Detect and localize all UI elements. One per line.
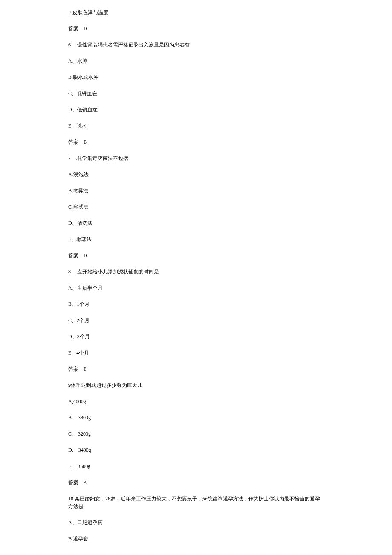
option-line: A、水肿 bbox=[68, 57, 324, 65]
question-line: 8 .应开始给小儿添加泥状辅食的时间是 bbox=[68, 268, 324, 276]
option-line: E、4个月 bbox=[68, 349, 324, 357]
option-line: D、3个月 bbox=[68, 333, 324, 340]
question-line: 7 .化学消毒灭菌法不包括 bbox=[68, 154, 324, 162]
option-line: C,擦拭法 bbox=[68, 203, 324, 211]
option-line: E、熏蒸法 bbox=[68, 235, 324, 243]
option-line: D、清洗法 bbox=[68, 219, 324, 227]
option-line: E. 3500g bbox=[68, 462, 324, 470]
option-line: C. 3200g bbox=[68, 430, 324, 438]
option-line: B.脱水或水肿 bbox=[68, 73, 324, 81]
answer-line: 答案：D bbox=[68, 25, 324, 32]
option-line: B、1个月 bbox=[68, 300, 324, 308]
option-line: A、口服避孕药 bbox=[68, 519, 324, 526]
question-line: 10.某已婚妇女，26岁，近年来工作压力较大，不想要孩子，来院咨询避孕方法，作为… bbox=[68, 495, 324, 510]
option-line: B. 3800g bbox=[68, 414, 324, 421]
answer-line: 答案：D bbox=[68, 252, 324, 259]
document-page: E,皮肤色泽与温度 答案：D 6 .慢性肾衰竭患者需严格记录出入液量是因为患者有… bbox=[0, 0, 392, 555]
answer-line: 答案：B bbox=[68, 138, 324, 146]
option-line: A、生后半个月 bbox=[68, 284, 324, 292]
option-line: C、2个月 bbox=[68, 317, 324, 324]
option-line: B,喷雾法 bbox=[68, 187, 324, 195]
option-line: A.浸泡法 bbox=[68, 171, 324, 178]
question-line: 9体重达到或超过多少称为巨大儿 bbox=[68, 381, 324, 389]
answer-line: 答案：E bbox=[68, 365, 324, 373]
text-line: E,皮肤色泽与温度 bbox=[68, 9, 324, 16]
question-line: 6 .慢性肾衰竭患者需严格记录出入液量是因为患者有 bbox=[68, 41, 324, 49]
option-line: D、低钠血症 bbox=[68, 106, 324, 113]
option-line: C、低钾血在 bbox=[68, 90, 324, 97]
option-line: D. 3400g bbox=[68, 446, 324, 454]
answer-line: 答案：A bbox=[68, 479, 324, 486]
option-line: A,4000g bbox=[68, 398, 324, 405]
option-line: E、脱水 bbox=[68, 122, 324, 130]
option-line: B.避孕套 bbox=[68, 535, 324, 543]
